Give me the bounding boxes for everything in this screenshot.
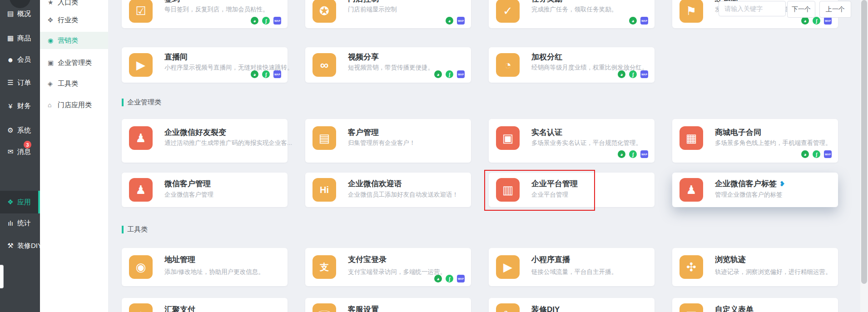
vertical-scrollbar[interactable]: [860, 0, 868, 312]
sidebar-item-3[interactable]: ☻会员: [0, 51, 40, 68]
app-card-视频分享[interactable]: ∞视频分享短视频营销，带货传播更便捷。◕∫WAP: [305, 47, 471, 83]
marketing-category-icon: ◉: [48, 37, 58, 44]
miniprogram-platform-icon: ∫: [446, 275, 453, 282]
app-card-企业微信客户标签[interactable]: ♟企业微信客户标签❥管理企业微信客户的标签: [672, 173, 838, 207]
app-card-desc: 多场景多角色线上签约，手机端查看管理。: [715, 139, 832, 147]
miniprogram-platform-icon: ∫: [813, 150, 820, 158]
app-card-客户管理[interactable]: ▤客户管理归集管理所有企业客户！: [305, 119, 471, 163]
miniprogram-live-icon: ▶: [496, 255, 520, 279]
live-room-icon: ▶: [129, 53, 153, 77]
sidebar-item-label: 会员: [17, 55, 31, 64]
platform-badges: ◕∫WAP: [618, 70, 648, 78]
app-card-门店控制[interactable]: ✪门店控制门店前端显示控制◕WAP: [305, 0, 471, 28]
category-item-label: 企业管理类: [58, 59, 92, 67]
sidebar-item-8[interactable]: ❖应用: [0, 191, 40, 213]
app-card-desc: 每日签到，反复到店，增加会员粘性。: [164, 5, 269, 14]
app-card-title: 任务奖励: [531, 0, 562, 4]
apps-icon: ❖: [4, 198, 17, 206]
message-count-badge: 3: [24, 141, 31, 149]
app-card-加权分红[interactable]: ◔加权分红经销商等级月度业绩，权重比例发放分红。◕∫WAP: [489, 47, 655, 83]
friend-fission-icon: ♟: [129, 126, 153, 150]
app-card-客服设置[interactable]: ☏客服设置: [305, 298, 471, 312]
app-card-实名认证[interactable]: ▣实名认证多场景业务实名认证，平台规范化管理。◕∫WAP: [489, 119, 655, 163]
wechat-platform-icon: ◕: [618, 70, 625, 78]
app-card-装修DIY[interactable]: ✎装修DIY: [489, 298, 655, 312]
app-card-desc: 链接公域流量，平台自主开播。: [531, 268, 617, 276]
sidebar-item-9[interactable]: ılı统计: [0, 214, 40, 232]
diy-icon: ⚒: [4, 242, 17, 250]
app-card-title: 企业平台管理: [531, 178, 578, 189]
category-item-6[interactable]: ⌂门店应用类: [40, 96, 108, 114]
next-button[interactable]: 下一个: [787, 1, 815, 18]
sidebar-item-6[interactable]: ⚙系统: [0, 122, 40, 139]
app-card-签到[interactable]: ☑签到每日签到，反复到店，增加会员粘性。◕∫WAP: [122, 0, 288, 28]
wechat-platform-icon: ◕: [629, 17, 637, 25]
app-card-支付宝登录[interactable]: 支支付宝登录支付宝端登录访问，多端统一运营。◕∫WAP: [305, 248, 471, 286]
sidebar-item-5[interactable]: ¥财务: [0, 97, 40, 114]
app-card-企业平台管理[interactable]: ▥企业平台管理企业平台管理: [489, 173, 655, 207]
wechat-platform-icon: ◕: [801, 17, 809, 25]
app-card-title: 视频分享: [348, 52, 379, 62]
platform-badges: ◕WAP: [629, 17, 648, 25]
main-sidebar: ▤概况▦商品☻会员☰订单¥财务⚙系统✉消息3❖应用ılı统计⚒装修DIY: [0, 0, 40, 312]
category-item-2[interactable]: ✥行业类: [40, 11, 108, 29]
wap-platform-icon: WAP: [273, 70, 281, 78]
app-card-小程序直播[interactable]: ▶小程序直播链接公域流量，平台自主开播。: [489, 248, 655, 286]
app-card-汇聚支付[interactable]: ◈汇聚支付: [122, 298, 288, 312]
app-card-自定义表单[interactable]: ▤自定义表单: [672, 298, 838, 312]
category-item-4[interactable]: ▣企业管理类: [40, 54, 108, 71]
category-item-1[interactable]: ★入口类: [40, 0, 108, 11]
category-item-5[interactable]: ◈工具类: [40, 75, 108, 92]
app-card-任务奖励[interactable]: ✓任务奖励完成推广任务，领取任务奖励。◕WAP: [489, 0, 655, 28]
wap-platform-icon: WAP: [640, 70, 648, 78]
platform-badges: ◕∫WAP: [434, 70, 465, 78]
app-card-desc: 归集管理所有企业客户！: [348, 139, 416, 147]
platform-badges: ◕∫WAP: [618, 150, 648, 158]
miniprogram-platform-icon: ∫: [446, 70, 453, 78]
app-card-企业微信好友裂变[interactable]: ♟企业微信好友裂变通过活动推广生成带推广码的海报实现企业客...: [122, 119, 288, 163]
wap-platform-icon: WAP: [457, 275, 465, 282]
app-card-title: 微信客户管理: [164, 178, 211, 189]
customer-tag-icon: ♟: [680, 178, 703, 202]
wechat-platform-icon: ◕: [618, 150, 625, 158]
prev-button[interactable]: 上一个: [819, 1, 851, 18]
app-card-企业微信欢迎语[interactable]: Hi企业微信欢迎语企业微信员工添加好友自动发送欢迎语！: [305, 173, 471, 207]
sidebar-item-1[interactable]: ▤概况: [0, 5, 40, 22]
category-item-label: 入口类: [58, 0, 78, 7]
wechat-platform-icon: ◕: [251, 17, 258, 25]
app-card-直播间[interactable]: ▶直播间小程序显示视频号直播间，无缝对接快速跳转。◕∫WAP: [122, 47, 288, 83]
wechat-platform-icon: ◕: [446, 17, 453, 25]
message-icon: ✉: [4, 148, 17, 156]
category-sidebar: ★入口类✥行业类◉营销类▣企业管理类◈工具类⌂门店应用类: [40, 0, 108, 312]
app-card-title: 企业微信客户标签❥: [715, 178, 785, 189]
category-item-label: 工具类: [58, 79, 78, 88]
app-card-微信客户管理[interactable]: ♟微信客户管理企业微信客户管理: [122, 173, 288, 207]
platform-badges: ◕∫WAP: [801, 150, 832, 158]
collapsed-panel-handle[interactable]: [0, 265, 4, 288]
welcome-hi-icon: Hi: [312, 178, 336, 202]
app-card-地址管理[interactable]: ◉地址管理添加/修改地址，协助用户更改信息。: [122, 248, 288, 286]
platform-badges: ◕∫WAP: [251, 17, 281, 25]
app-card-浏览轨迹[interactable]: ✣浏览轨迹轨迹记录，洞察浏览偏好，进行精细运营。: [672, 248, 838, 286]
store-app-category-icon: ⌂: [48, 101, 58, 109]
scrollbar-thumb[interactable]: [861, 0, 867, 284]
app-card-title: 地址管理: [164, 254, 195, 265]
category-item-3[interactable]: ◉营销类: [40, 32, 108, 49]
search-input[interactable]: [719, 1, 786, 16]
sidebar-item-10[interactable]: ⚒装修DIY: [0, 237, 40, 254]
sidebar-item-2[interactable]: ▦商品: [0, 30, 40, 47]
sidebar-item-7[interactable]: ✉消息: [0, 143, 40, 160]
decorate-diy-icon: ✎: [496, 303, 520, 312]
app-card-desc: 完成推广任务，领取任务奖励。: [531, 5, 617, 14]
platform-badges: ◕WAP: [446, 17, 465, 25]
app-card-desc: 通过活动推广生成带推广码的海报实现企业客...: [164, 139, 292, 147]
miniprogram-platform-icon: ∫: [262, 70, 270, 78]
section-header-bar: [122, 226, 124, 233]
sidebar-item-4[interactable]: ☰订单: [0, 74, 40, 91]
app-card-desc: 添加/修改地址，协助用户更改信息。: [164, 268, 264, 276]
e-contract-icon: ▦: [680, 126, 703, 150]
section-header: 工具类: [122, 225, 148, 233]
app-card-商城电子合同[interactable]: ▦商城电子合同多场景多角色线上签约，手机端查看管理。◕∫WAP: [672, 119, 838, 163]
miniprogram-platform-icon: ∫: [813, 17, 820, 25]
customer-file-icon: ▤: [312, 126, 336, 150]
